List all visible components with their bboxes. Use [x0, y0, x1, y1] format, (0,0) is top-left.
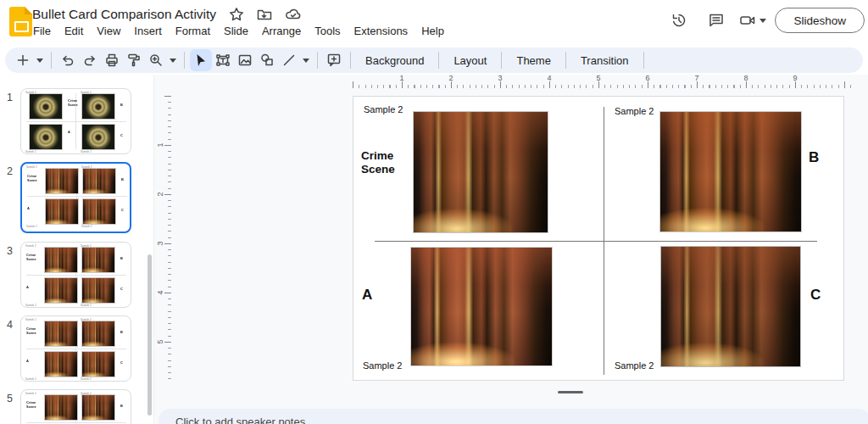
ruler-number: 2 [156, 192, 164, 196]
ruler-number: 4 [547, 74, 551, 82]
ruler-number: 2 [448, 74, 453, 82]
slide-thumbnail[interactable]: Sample 2 Sample 2 Crime Scene B A C Samp… [20, 389, 131, 424]
insert-image-button[interactable] [234, 49, 256, 71]
thumb-photo-a [45, 198, 79, 225]
present-call-button[interactable] [739, 12, 766, 29]
thumb-photo-crime [45, 168, 79, 194]
menu-item[interactable]: View [90, 22, 127, 40]
slide-canvas[interactable]: Sample 2 Crime Scene Sample 2 B Sample 2… [353, 96, 844, 381]
filmstrip-scrollbar[interactable] [147, 254, 152, 416]
undo-button[interactable] [57, 49, 79, 71]
menu-item[interactable]: Help [415, 22, 451, 40]
menu-item[interactable]: Extensions [348, 22, 415, 40]
star-icon[interactable] [229, 7, 244, 22]
thumb-photo-crime [44, 247, 78, 273]
ruler-number: 6 [645, 74, 649, 82]
zoom-button[interactable] [145, 49, 167, 71]
menu-item[interactable]: File [26, 22, 58, 40]
slide-number: 4 [7, 319, 13, 331]
quadrant-label[interactable]: C [810, 287, 821, 304]
menu-item[interactable]: Slide [217, 22, 255, 40]
menu-item[interactable]: Arrange [255, 22, 308, 40]
insert-line-button[interactable] [278, 49, 300, 71]
line-dropdown-icon[interactable] [300, 49, 312, 71]
menu-item[interactable]: Insert [127, 22, 169, 40]
vertical-ruler: 12345 [159, 96, 171, 384]
slide-number: 1 [7, 92, 13, 103]
ruler-number: 7 [694, 74, 698, 82]
version-history-icon[interactable] [665, 6, 693, 35]
header-actions: Slideshow [665, 6, 865, 35]
bullet-photo[interactable] [660, 246, 801, 367]
toolbar: Background Layout Theme Transition [5, 47, 863, 73]
thumb-photo-b [81, 394, 115, 421]
thumb-photo-a [29, 124, 63, 150]
comparison-quadrant: Sample 2 C [353, 97, 843, 380]
toolbar-text-button[interactable]: Layout [444, 54, 496, 67]
toolbar-text-button[interactable]: Transition [571, 54, 638, 67]
notes-resize-handle[interactable] [558, 391, 583, 393]
ruler-number: 1 [399, 74, 403, 82]
google-slides-app: Bullet Card Comparison Activity FileEdit… [0, 0, 868, 424]
document-title[interactable]: Bullet Card Comparison Activity [32, 7, 216, 22]
editing-canvas: 123456789 12345 Sample 2 Crime Scene Sam… [153, 75, 868, 424]
zoom-dropdown-icon[interactable] [167, 49, 179, 71]
filmstrip-slide[interactable]: 5 Sample 2 Sample 2 Crime Scene B A C Sa… [0, 389, 153, 424]
ruler-number: 8 [743, 74, 748, 82]
thumb-photo-b [81, 93, 115, 120]
slide-number: 5 [7, 393, 13, 404]
speaker-notes-panel[interactable]: Click to add speaker notes [159, 409, 868, 424]
filmstrip-slide[interactable]: 2 Sample 2 Sample 2 Crime Scene B A C Sa… [0, 162, 153, 233]
thumb-photo-b [81, 321, 115, 347]
thumb-photo-a [44, 277, 78, 304]
slide-thumbnail[interactable]: Sample 2 Sample 2 Crime Scene B A C Samp… [20, 315, 131, 382]
toolbar-text-button[interactable]: Theme [507, 54, 559, 67]
menu-item[interactable]: Edit [58, 22, 90, 40]
filmstrip-slide[interactable]: 4 Sample 2 Sample 2 Crime Scene B A C Sa… [0, 315, 153, 387]
move-to-folder-icon[interactable] [257, 7, 272, 22]
thumb-photo-b [81, 247, 115, 273]
print-button[interactable] [101, 49, 123, 71]
paint-format-button[interactable] [123, 49, 145, 71]
thumb-photo-crime [44, 321, 78, 347]
ruler-number: 9 [793, 74, 797, 82]
slide-thumbnail[interactable]: Sample 2 Sample 2 Crime Scene B A C Samp… [20, 242, 131, 308]
redo-button[interactable] [79, 49, 101, 71]
thumb-photo-b [82, 168, 116, 194]
ruler-number: 3 [156, 241, 164, 245]
cloud-saved-icon[interactable] [285, 7, 302, 22]
thumb-photo-a [44, 351, 78, 377]
text-box-button[interactable] [212, 49, 234, 71]
new-slide-button[interactable] [12, 49, 34, 71]
thumb-photo-c [81, 277, 115, 304]
insert-comment-button[interactable] [323, 49, 345, 71]
slide-filmstrip: 1 Sample 2 Sample 2 Crime Scene B A C Sa… [0, 75, 153, 424]
slide-thumbnail[interactable]: Sample 2 Sample 2 Crime Scene B A C Samp… [20, 162, 131, 233]
horizontal-ruler: 123456789 [353, 75, 854, 88]
menu-item[interactable]: Format [169, 22, 217, 40]
thumb-photo-crime [44, 394, 78, 421]
slideshow-button[interactable]: Slideshow [775, 8, 865, 33]
thumb-photo-c [82, 198, 116, 225]
slide-thumbnail[interactable]: Sample 2 Sample 2 Crime Scene B A C Samp… [20, 88, 131, 154]
slide-number: 2 [7, 165, 13, 177]
menu-bar: FileEditViewInsertFormatSlideArrangeTool… [26, 22, 451, 40]
filmstrip-slide[interactable]: 3 Sample 2 Sample 2 Crime Scene B A C Sa… [0, 242, 153, 313]
sample-label[interactable]: Sample 2 [615, 360, 654, 371]
toolbar-text-button[interactable]: Background [356, 54, 433, 67]
filmstrip-slide[interactable]: 1 Sample 2 Sample 2 Crime Scene B A C Sa… [0, 88, 153, 159]
ruler-number: 1 [156, 142, 164, 147]
chevron-down-icon[interactable] [760, 19, 766, 23]
speaker-notes-placeholder[interactable]: Click to add speaker notes [175, 416, 305, 424]
comments-icon[interactable] [702, 6, 731, 35]
select-tool-button[interactable] [190, 49, 212, 71]
insert-shape-button[interactable] [256, 49, 278, 71]
new-slide-dropdown-icon[interactable] [34, 49, 46, 71]
thumb-photo-c [81, 351, 115, 377]
thumb-photo-c [81, 124, 115, 150]
ruler-number: 5 [596, 74, 600, 82]
header: Bullet Card Comparison Activity FileEdit… [0, 0, 868, 44]
slide-number: 3 [7, 245, 13, 257]
menu-item[interactable]: Tools [308, 22, 347, 40]
ruler-number: 4 [156, 290, 164, 294]
